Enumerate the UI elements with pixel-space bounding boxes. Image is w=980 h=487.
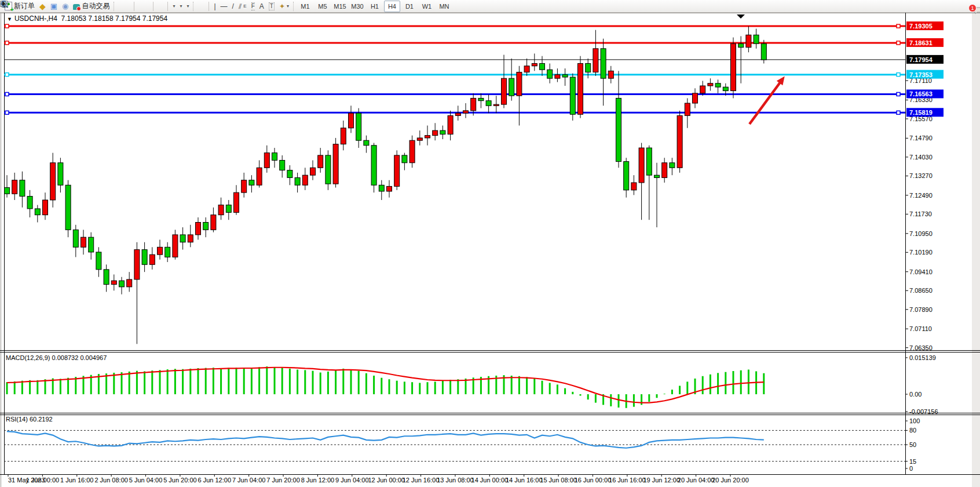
candle-body xyxy=(578,63,583,114)
vertical-line-button[interactable]: | xyxy=(211,1,218,12)
candle-body xyxy=(188,235,193,242)
dropdown-arrow-icon: ▾ xyxy=(173,3,175,10)
line-handle[interactable] xyxy=(5,92,9,96)
zoom-in-button[interactable] xyxy=(137,1,141,12)
candle-body xyxy=(35,209,40,215)
signals-button[interactable]: ◉ xyxy=(60,1,71,12)
templates-button[interactable]: ▾ xyxy=(184,1,191,12)
line-chart-button[interactable] xyxy=(127,1,131,12)
price-tick-label: 7.08650 xyxy=(909,287,933,294)
time-tick-label: 9 Jun 04:00 xyxy=(335,477,369,484)
line-handle[interactable] xyxy=(5,24,9,28)
chart-shift-button[interactable] xyxy=(160,1,165,12)
time-tick-label: 1 Jun 00:00 xyxy=(26,477,60,484)
candle-body xyxy=(509,78,514,96)
candle-body xyxy=(203,223,209,230)
candle-body xyxy=(493,104,499,106)
bar-chart-button[interactable] xyxy=(118,1,122,12)
zoom-out-button[interactable] xyxy=(141,1,146,12)
line-handle[interactable] xyxy=(5,73,9,77)
crosshair-button[interactable] xyxy=(202,1,206,12)
equidistant-channel-button[interactable]: ⫽E xyxy=(236,1,249,12)
candle-body xyxy=(326,155,331,184)
trendline-button[interactable]: / xyxy=(230,1,236,12)
candle-body xyxy=(700,86,705,93)
terminal-button[interactable]: ▣ xyxy=(48,1,60,12)
horizontal-line-icon: — xyxy=(221,3,228,10)
arrows-tool-button[interactable]: ✦▾ xyxy=(277,1,291,12)
candle-body xyxy=(226,205,231,213)
toolbar-separator xyxy=(134,2,134,11)
candle-body xyxy=(761,43,766,60)
candle-body xyxy=(149,255,155,264)
auto-trading-button[interactable]: 自动交易 xyxy=(71,1,112,12)
timeframe-button-h1[interactable]: H1 xyxy=(367,1,383,12)
price-tick-label: 7.10950 xyxy=(909,230,933,237)
auto-scroll-button[interactable] xyxy=(156,1,160,12)
price-scale[interactable]: 7.171107.163307.155707.147907.140307.132… xyxy=(905,77,933,351)
line-handle[interactable] xyxy=(897,73,900,77)
line-handle[interactable] xyxy=(897,41,900,45)
candle-body xyxy=(639,148,644,183)
timeframe-button-m15[interactable]: M15 xyxy=(332,1,348,12)
candle-body xyxy=(387,186,392,191)
text-label-button[interactable]: T xyxy=(266,1,277,12)
line-handle[interactable] xyxy=(897,92,900,96)
text-tool-button[interactable]: A xyxy=(257,1,266,12)
time-tick-label: 1 Jun 16:00 xyxy=(60,477,94,484)
line-handle[interactable] xyxy=(897,111,900,114)
arrows-tool-icon: ✦ xyxy=(279,3,285,10)
candle-body xyxy=(364,140,369,146)
candle-body xyxy=(50,163,56,200)
styler-button[interactable]: ◆ xyxy=(37,1,48,12)
dropdown-arrow-icon: ▾ xyxy=(180,3,182,10)
toolbar-separator xyxy=(167,2,168,11)
terminal-icon: ▣ xyxy=(50,3,57,10)
time-tick-label: 12 Jun 00:00 xyxy=(368,477,405,484)
timeframe-button-m30[interactable]: M30 xyxy=(349,1,365,12)
notification-badge: 1 xyxy=(968,4,977,12)
candle-body xyxy=(547,70,553,78)
candle-body xyxy=(27,197,32,209)
candle-body xyxy=(715,83,721,87)
line-handle[interactable] xyxy=(897,24,900,28)
candle-body xyxy=(738,43,744,47)
periods-button[interactable]: ▾ xyxy=(177,1,184,12)
candle-body xyxy=(180,235,185,242)
indicators-button[interactable]: ▾ xyxy=(170,1,177,12)
timeframe-button-mn[interactable]: MN xyxy=(436,1,452,12)
chat-button[interactable]: 1 xyxy=(971,1,975,12)
equidistant-channel-icon: ⫽ xyxy=(239,3,242,10)
fibonacci-button[interactable]: F xyxy=(249,1,257,12)
time-tick-label: 7 Jun 04:00 xyxy=(232,477,266,484)
candle-body xyxy=(646,148,652,175)
symbol-dropdown-icon[interactable]: ▼ xyxy=(7,16,12,22)
timeframe-button-m5[interactable]: M5 xyxy=(315,1,331,12)
timeframe-button-h4[interactable]: H4 xyxy=(384,1,400,12)
text-tool-icon: A xyxy=(259,3,264,10)
tile-windows-button[interactable] xyxy=(146,1,151,12)
timeframe-button-w1[interactable]: W1 xyxy=(419,1,435,12)
line-handle[interactable] xyxy=(5,111,9,114)
cursor-button[interactable] xyxy=(197,1,202,12)
candle-body xyxy=(532,63,537,66)
macd-scale-label: 0.015139 xyxy=(909,354,936,361)
candle-body xyxy=(218,205,224,215)
fibonacci-icon: F xyxy=(251,2,255,10)
candle-body xyxy=(417,138,422,140)
price-badge-label: 7.19305 xyxy=(909,23,933,30)
auto-trading-icon xyxy=(73,3,80,10)
candle-body xyxy=(134,250,140,279)
timeframe-button-m1[interactable]: M1 xyxy=(297,1,313,12)
window-edge-strip xyxy=(972,13,980,487)
horizontal-line-button[interactable]: — xyxy=(218,1,230,12)
time-tick-label: 13 Jun 08:00 xyxy=(437,477,474,484)
candle-body xyxy=(433,130,438,136)
chart-canvas[interactable]: 7.171107.163307.155707.147907.140307.132… xyxy=(0,0,980,487)
timeframe-button-d1[interactable]: D1 xyxy=(401,1,418,12)
candlestick-chart-button[interactable] xyxy=(122,1,127,12)
line-handle[interactable] xyxy=(5,41,9,45)
price-badge-label: 7.15819 xyxy=(909,109,933,116)
candle-body xyxy=(586,63,591,72)
chart-symbol-header[interactable]: ▼USDCNH-,H4 7.18053 7.18158 7.17954 7.17… xyxy=(7,14,167,23)
